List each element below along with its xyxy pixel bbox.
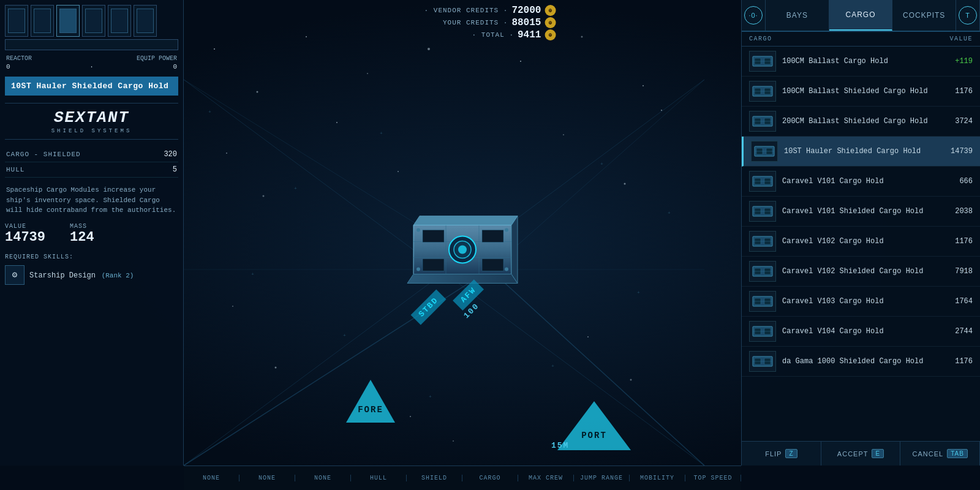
stat-row: HULL 5 (5, 162, 178, 178)
item-name: Caravel V102 Shielded Cargo Hold (782, 267, 936, 276)
power-bar-row (5, 39, 178, 50)
stat-value: 5 (173, 165, 177, 174)
skill-row: ⚙ Starship Design (Rank 2) (5, 265, 178, 285)
item-value: +119 (942, 57, 973, 66)
accept-label: ACCEPT (837, 450, 869, 458)
item-name: Caravel V101 Shielded Cargo Hold (782, 207, 936, 216)
list-item[interactable]: Caravel V102 Shielded Cargo Hold 7918 (742, 257, 980, 287)
list-item[interactable]: 100CM Ballast Shielded Cargo Hold 1176 (742, 77, 980, 107)
cancel-button[interactable]: CANCEL TAB (900, 442, 980, 466)
item-value: 1176 (942, 87, 973, 96)
bottom-stat: TOP SPEED (685, 475, 741, 481)
list-item[interactable]: Caravel V101 Shielded Cargo Hold 2038 (742, 197, 980, 227)
power-bar (5, 39, 178, 50)
credits-panel: · VENDOR CREDITS · 72000 ⊕ YOUR CREDITS … (424, 5, 556, 42)
flip-label: FLIP (765, 450, 782, 458)
bottom-stat: JUMP RANGE (574, 475, 630, 481)
value-amount: 14739 (5, 230, 45, 245)
bottom-stat: HULL (351, 475, 407, 481)
skill-name: Starship Design (29, 271, 96, 280)
item-value: 666 (942, 177, 973, 186)
dist-15m: 15M (551, 441, 569, 450)
list-item[interactable]: Caravel V101 Cargo Hold 666 (742, 167, 980, 197)
svg-marker-50 (413, 216, 518, 225)
flip-button[interactable]: FLIP Z (742, 442, 821, 466)
bottom-stats-bar: NONENONENONEHULLSHIELDCARGOMAX CREWJUMP … (184, 466, 741, 490)
stat-value: 320 (164, 150, 177, 159)
bottom-stat: MAX CREW (518, 475, 574, 481)
brand-name: SEXTANT (5, 108, 178, 127)
skill-icon: ⚙ (5, 265, 24, 285)
bottom-stat: SHIELD (407, 475, 462, 481)
item-name: Caravel V103 Cargo Hold (782, 297, 936, 306)
svg-point-60 (417, 268, 420, 271)
mass-amount: 124 (70, 230, 94, 245)
left-panel: REACTOR EQUIP POWER 0 · 0 10ST Hauler Sh… (0, 0, 184, 466)
item-name: Caravel V104 Cargo Hold (782, 327, 936, 336)
ship-slot-2[interactable] (31, 5, 54, 37)
bottom-stat: MOBILITY (630, 475, 685, 481)
item-name: 200CM Ballast Shielded Cargo Hold (782, 117, 936, 126)
list-item[interactable]: Caravel V103 Cargo Hold 1764 (742, 287, 980, 317)
bottom-stat: NONE (184, 475, 239, 481)
value-label: VALUE (5, 223, 45, 230)
item-thumbnail (749, 81, 776, 102)
equip-power-value: 0 (173, 63, 177, 70)
svg-rect-54 (423, 230, 444, 243)
list-item[interactable]: 200CM Ballast Shielded Cargo Hold 3724 (742, 107, 980, 137)
ship-slot-5[interactable] (108, 5, 131, 37)
cancel-label: CANCEL (913, 450, 944, 458)
item-value: 1176 (942, 357, 973, 366)
stat-label: HULL (6, 166, 24, 173)
bottom-stat: NONE (239, 475, 295, 481)
list-item[interactable]: Caravel V102 Cargo Hold 1176 (742, 227, 980, 257)
list-item[interactable]: 100CM Ballast Cargo Hold +119 (742, 47, 980, 77)
item-name: 100CM Ballast Cargo Hold (782, 57, 936, 66)
description-text: Spaceship Cargo Modules increase your sh… (6, 185, 177, 216)
ship-slots-row-1 (5, 5, 178, 37)
item-thumbnail (751, 141, 778, 162)
item-value: 7918 (942, 267, 973, 276)
item-thumbnail (749, 201, 776, 222)
tab-circle-right[interactable]: T (956, 0, 980, 31)
svg-text:FORE: FORE (358, 405, 383, 415)
bottom-stat: NONE (295, 475, 351, 481)
svg-marker-49 (511, 216, 518, 284)
tab-cockpits[interactable]: COCKPITS (892, 0, 956, 31)
bottom-buttons: FLIP Z ACCEPT E CANCEL TAB (742, 441, 980, 466)
list-item[interactable]: da Gama 1000 Shielded Cargo Hold 1176 (742, 347, 980, 377)
list-item[interactable]: Caravel V104 Cargo Hold 2744 (742, 317, 980, 347)
tab-cargo[interactable]: CARGO (829, 0, 893, 31)
ship-slot-1[interactable] (5, 5, 28, 37)
item-name: 100CM Ballast Shielded Cargo Hold (782, 87, 936, 96)
total-credits-icon: ⊕ (545, 29, 556, 40)
total-credits-value: 9411 (518, 29, 541, 40)
value-mass-section: VALUE 14739 MASS 124 (5, 223, 178, 245)
item-value: 1764 (942, 297, 973, 306)
ship-slot-4[interactable] (82, 5, 105, 37)
power-labels: REACTOR EQUIP POWER (5, 55, 178, 62)
svg-marker-48 (407, 274, 518, 284)
your-credits-icon: ⊕ (545, 17, 556, 28)
right-panel: ·0· BAYS CARGO COCKPITS T CARGO VALUE 10… (741, 0, 980, 466)
item-value: 2038 (942, 207, 973, 216)
brand-logo: SEXTANT SHIELD SYSTEMS (5, 103, 178, 140)
accept-key: E (872, 449, 884, 458)
tabs-row: ·0· BAYS CARGO COCKPITS T (742, 0, 980, 32)
power-values: 0 · 0 (5, 63, 178, 70)
cancel-key: TAB (947, 449, 968, 458)
svg-rect-55 (482, 230, 503, 243)
tab-circle-left[interactable]: ·0· (742, 0, 766, 31)
accept-button[interactable]: ACCEPT E (821, 442, 901, 466)
cargo-item-list[interactable]: 100CM Ballast Cargo Hold +119 100CM Ball… (742, 47, 980, 441)
brand-subtitle: SHIELD SYSTEMS (5, 128, 178, 134)
tab-bays[interactable]: BAYS (766, 0, 829, 31)
col-value: VALUE (949, 36, 973, 42)
ship-slot-3[interactable] (56, 5, 80, 37)
item-thumbnail (749, 171, 776, 192)
stat-label: CARGO - SHIELDED (6, 151, 81, 158)
your-credits-label: YOUR CREDITS · (443, 19, 508, 26)
ship-slot-6[interactable] (134, 5, 157, 37)
list-item[interactable]: 10ST Hauler Shielded Cargo Hold 14739 (742, 137, 980, 167)
item-value: 14739 (942, 147, 973, 156)
